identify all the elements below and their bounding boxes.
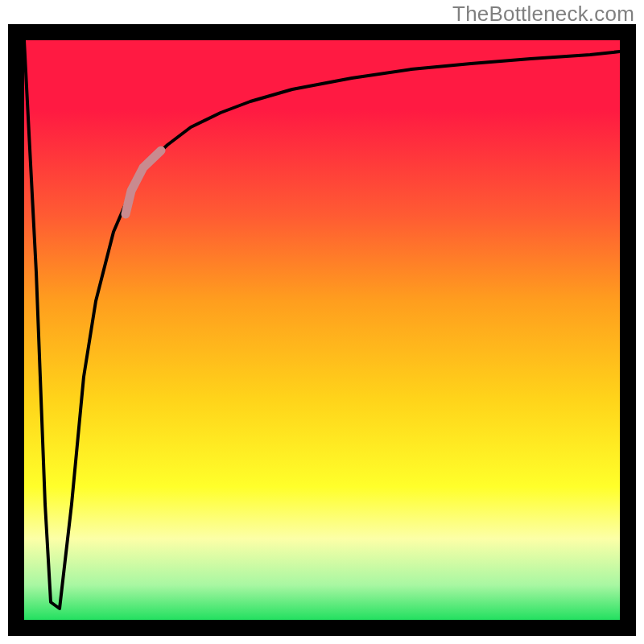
highlight-segment — [126, 151, 161, 214]
chart-root: TheBottleneck.com — [0, 0, 644, 644]
bottleneck-curve — [24, 40, 620, 609]
bottleneck-curve-svg — [24, 40, 620, 620]
plot-frame — [8, 24, 636, 636]
plot-area — [24, 40, 620, 620]
watermark-text: TheBottleneck.com — [452, 2, 634, 27]
